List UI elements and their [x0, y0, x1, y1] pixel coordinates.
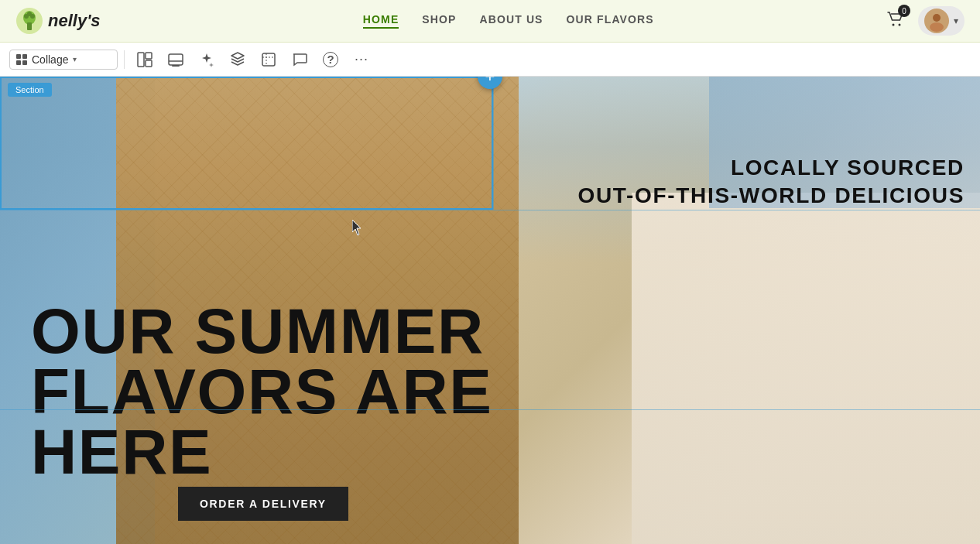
svg-point-7 — [899, 24, 901, 26]
crop-icon — [261, 52, 276, 67]
collage-label: Collage — [32, 53, 68, 66]
headline-line-3: HERE — [31, 422, 493, 482]
nav-links: HOME SHOP ABOUT US OUR FLAVORS — [132, 13, 886, 29]
help-label: ? — [323, 52, 338, 67]
v-divider-1 — [493, 77, 494, 210]
logo-text: nelly's — [48, 11, 101, 31]
hero-taglines: LOCALLY SOURCED OUT-OF-THIS-WORLD DELICI… — [577, 154, 965, 210]
ai-btn[interactable] — [193, 46, 221, 74]
svg-point-8 — [933, 14, 941, 22]
editor-toolbar: Collage ▾ — [0, 43, 980, 77]
tagline-2: OUT-OF-THIS-WORLD DELICIOUS — [577, 182, 965, 210]
toolbar-separator-1 — [124, 50, 125, 69]
comment-btn[interactable] — [286, 46, 314, 74]
headline-line-2: FLAVORS ARE — [31, 361, 493, 422]
logo-icon — [15, 7, 43, 35]
svg-rect-16 — [262, 53, 275, 66]
cta-button[interactable]: ORDER A DELIVERY — [178, 487, 348, 521]
layers-btn[interactable] — [224, 46, 252, 74]
nav-shop[interactable]: SHOP — [422, 13, 456, 29]
nav-about[interactable]: ABOUT US — [480, 13, 543, 29]
grid-icon — [16, 54, 27, 65]
section-badge[interactable]: Section — [8, 83, 52, 97]
svg-point-9 — [930, 22, 944, 32]
layout-btn[interactable] — [131, 46, 159, 74]
svg-rect-14 — [172, 65, 180, 67]
collage-selector[interactable]: Collage ▾ — [9, 50, 118, 70]
cart-badge: 0 — [898, 5, 910, 17]
help-btn[interactable]: ? — [317, 46, 344, 74]
layers-icon — [230, 52, 245, 67]
user-menu[interactable]: ▾ — [918, 6, 965, 36]
headline-line-1: OUR SUMMER — [31, 301, 493, 361]
svg-rect-2 — [27, 22, 32, 30]
h-divider-2 — [0, 409, 980, 410]
avatar — [924, 9, 949, 33]
cart-button[interactable]: 0 — [886, 9, 906, 33]
nav-home[interactable]: HOME — [363, 13, 399, 29]
preview-btn[interactable] — [162, 46, 190, 74]
more-icon: ··· — [355, 51, 368, 67]
svg-rect-11 — [146, 53, 152, 59]
layout-icon — [137, 52, 152, 67]
tagline-1: LOCALLY SOURCED — [577, 154, 965, 182]
nav-flavors[interactable]: OUR FLAVORS — [567, 13, 654, 29]
more-btn[interactable]: ··· — [348, 46, 375, 74]
svg-point-5 — [27, 12, 32, 16]
hero-headline: OUR SUMMER FLAVORS ARE HERE — [31, 301, 493, 482]
collage-chevron: ▾ — [73, 55, 77, 63]
crop-btn[interactable] — [255, 46, 283, 74]
svg-rect-13 — [169, 54, 183, 65]
nav-right: 0 ▾ — [886, 6, 965, 36]
comment-icon — [292, 52, 307, 67]
add-icon: + — [485, 77, 495, 85]
svg-rect-10 — [138, 53, 144, 67]
h-divider-1 — [0, 210, 980, 210]
hero-section: Section + LOCALLY SOURCED OUT-OF-THIS-WO… — [0, 77, 980, 544]
ai-icon — [199, 52, 214, 67]
navbar: nelly's HOME SHOP ABOUT US OUR FLAVORS 0… — [0, 0, 980, 43]
svg-point-6 — [893, 24, 895, 26]
preview-icon — [168, 52, 183, 67]
svg-rect-12 — [146, 60, 152, 67]
logo[interactable]: nelly's — [15, 7, 101, 35]
user-chevron: ▾ — [954, 15, 958, 26]
